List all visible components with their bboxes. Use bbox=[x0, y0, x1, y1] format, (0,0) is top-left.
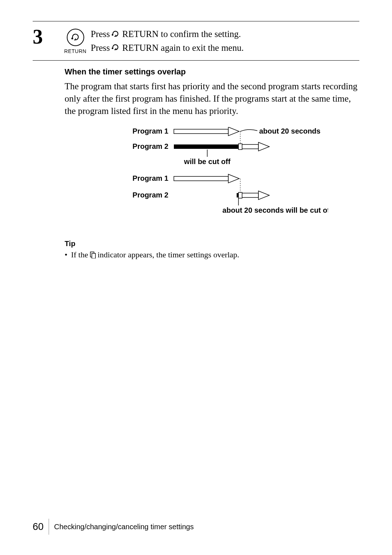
footer-divider bbox=[49, 519, 49, 535]
svg-rect-12 bbox=[240, 193, 258, 197]
svg-rect-3 bbox=[174, 129, 228, 134]
overlap-indicator-icon bbox=[90, 251, 96, 258]
svg-rect-9 bbox=[174, 176, 228, 181]
overlap-diagram: Program 1 about 20 seconds Program 2 bbox=[65, 127, 359, 221]
return-button-label: RETURN bbox=[64, 48, 86, 54]
footer-section-title: Checking/changing/canceling timer settin… bbox=[54, 523, 194, 531]
step-instructions: Press RETURN to confirm the setting. Pre… bbox=[91, 25, 359, 54]
diagram-prog1-label-2: Program 1 bbox=[132, 174, 168, 182]
page-footer: 60 Checking/changing/canceling timer set… bbox=[33, 519, 194, 535]
step-line1-prefix: Press bbox=[91, 27, 110, 41]
return-arrow-icon bbox=[71, 33, 80, 41]
diagram-prog2-label-2: Program 2 bbox=[132, 191, 168, 199]
diagram-prog2-label: Program 2 bbox=[132, 142, 168, 150]
svg-rect-13 bbox=[238, 192, 242, 198]
step-line1-suffix: RETURN to confirm the setting. bbox=[122, 27, 241, 41]
svg-point-0 bbox=[71, 38, 73, 40]
return-inline-icon bbox=[111, 30, 121, 38]
step-3-row: 3 RETURN Press bbox=[33, 21, 359, 61]
diagram-about20-label: about 20 seconds bbox=[259, 127, 320, 135]
diagram-prog1-label: Program 1 bbox=[132, 127, 168, 135]
tip-heading: Tip bbox=[65, 240, 359, 248]
diagram-bottom-label: about 20 seconds will be cut off bbox=[222, 206, 328, 214]
return-button-graphic: RETURN bbox=[60, 25, 91, 54]
svg-rect-7 bbox=[238, 144, 242, 150]
svg-rect-6 bbox=[240, 144, 258, 149]
overlap-body: The program that starts first has priori… bbox=[65, 80, 359, 117]
bullet-icon: • bbox=[65, 250, 68, 260]
step-line2-suffix: RETURN again to exit the menu. bbox=[122, 41, 244, 55]
overlap-heading: When the timer settings overlap bbox=[65, 67, 359, 77]
svg-rect-5 bbox=[174, 144, 240, 149]
step-line2-prefix: Press bbox=[91, 41, 110, 55]
return-button-circle bbox=[67, 29, 84, 46]
return-inline-icon bbox=[111, 44, 121, 51]
tip-text-suffix: indicator appears, the timer settings ov… bbox=[98, 250, 239, 260]
step-number: 3 bbox=[33, 25, 60, 54]
svg-point-1 bbox=[111, 34, 113, 36]
diagram-cutoff-label: will be cut off bbox=[184, 158, 230, 166]
tip-section: Tip • If the indicator appears, the time… bbox=[65, 240, 359, 260]
svg-rect-16 bbox=[92, 253, 95, 258]
svg-point-2 bbox=[111, 48, 113, 49]
tip-item: • If the indicator appears, the timer se… bbox=[65, 250, 359, 260]
page-number: 60 bbox=[33, 521, 49, 532]
tip-text-prefix: If the bbox=[71, 250, 88, 260]
